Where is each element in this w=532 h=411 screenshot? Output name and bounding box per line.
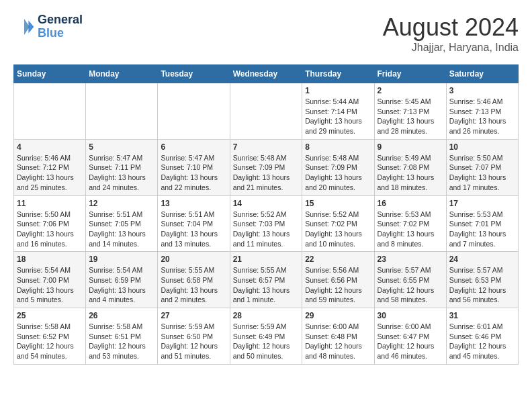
calendar-cell: 26Sunrise: 5:58 AMSunset: 6:51 PMDayligh…: [86, 308, 158, 365]
calendar-header-saturday: Saturday: [446, 65, 518, 83]
calendar-header-row: SundayMondayTuesdayWednesdayThursdayFrid…: [14, 65, 519, 83]
calendar-cell: 13Sunrise: 5:51 AMSunset: 7:04 PMDayligh…: [158, 195, 230, 252]
day-number: 1: [305, 86, 371, 95]
calendar-cell: 9Sunrise: 5:49 AMSunset: 7:08 PMDaylight…: [374, 139, 446, 195]
day-number: 17: [449, 199, 515, 208]
calendar-cell: [230, 83, 302, 140]
day-info: Sunrise: 5:48 AMSunset: 7:09 PMDaylight:…: [233, 153, 300, 193]
day-info: Sunrise: 5:59 AMSunset: 6:50 PMDaylight:…: [161, 322, 226, 361]
day-number: 10: [449, 142, 515, 152]
day-number: 9: [378, 142, 443, 152]
title-block: August 2024 Jhajjar, Haryana, India: [383, 13, 519, 54]
day-info: Sunrise: 5:57 AMSunset: 6:55 PMDaylight:…: [378, 265, 443, 305]
calendar-week-row: 18Sunrise: 5:54 AMSunset: 7:00 PMDayligh…: [14, 252, 519, 308]
day-number: 8: [305, 142, 371, 152]
calendar-week-row: 11Sunrise: 5:50 AMSunset: 7:06 PMDayligh…: [14, 195, 519, 252]
day-number: 6: [161, 142, 226, 152]
day-info: Sunrise: 5:49 AMSunset: 7:08 PMDaylight:…: [378, 153, 443, 193]
calendar-cell: 20Sunrise: 5:55 AMSunset: 6:58 PMDayligh…: [158, 252, 230, 308]
day-number: 30: [378, 311, 443, 320]
logo: General Blue: [13, 13, 83, 40]
day-info: Sunrise: 5:56 AMSunset: 6:56 PMDaylight:…: [305, 265, 371, 305]
day-info: Sunrise: 5:46 AMSunset: 7:13 PMDaylight:…: [449, 97, 515, 136]
day-number: 7: [233, 142, 300, 152]
page-header: General Blue August 2024 Jhajjar, Haryan…: [13, 13, 519, 54]
calendar-cell: 18Sunrise: 5:54 AMSunset: 7:00 PMDayligh…: [14, 252, 86, 308]
calendar-cell: 1Sunrise: 5:44 AMSunset: 7:14 PMDaylight…: [302, 83, 374, 140]
calendar-cell: 7Sunrise: 5:48 AMSunset: 7:09 PMDaylight…: [230, 139, 302, 195]
day-info: Sunrise: 5:51 AMSunset: 7:04 PMDaylight:…: [161, 210, 226, 249]
calendar-week-row: 1Sunrise: 5:44 AMSunset: 7:14 PMDaylight…: [14, 83, 519, 140]
day-number: 23: [378, 255, 443, 264]
day-number: 16: [378, 199, 443, 208]
month-title: August 2024: [383, 13, 519, 42]
calendar-cell: 12Sunrise: 5:51 AMSunset: 7:05 PMDayligh…: [86, 195, 158, 252]
calendar-cell: 15Sunrise: 5:52 AMSunset: 7:02 PMDayligh…: [302, 195, 374, 252]
day-number: 27: [161, 311, 226, 320]
calendar-cell: 27Sunrise: 5:59 AMSunset: 6:50 PMDayligh…: [158, 308, 230, 365]
day-number: 11: [17, 199, 83, 208]
day-number: 2: [378, 86, 443, 95]
calendar-cell: 28Sunrise: 5:59 AMSunset: 6:49 PMDayligh…: [230, 308, 302, 365]
calendar-cell: 16Sunrise: 5:53 AMSunset: 7:02 PMDayligh…: [374, 195, 446, 252]
calendar-cell: 3Sunrise: 5:46 AMSunset: 7:13 PMDaylight…: [446, 83, 518, 140]
location: Jhajjar, Haryana, India: [383, 42, 519, 54]
calendar-cell: 31Sunrise: 6:01 AMSunset: 6:46 PMDayligh…: [446, 308, 518, 365]
day-info: Sunrise: 5:52 AMSunset: 7:03 PMDaylight:…: [233, 210, 300, 249]
calendar-cell: [14, 83, 86, 140]
logo-icon: [13, 16, 35, 38]
calendar-cell: 30Sunrise: 6:00 AMSunset: 6:47 PMDayligh…: [374, 308, 446, 365]
day-number: 24: [449, 255, 515, 264]
calendar-cell: 11Sunrise: 5:50 AMSunset: 7:06 PMDayligh…: [14, 195, 86, 252]
day-info: Sunrise: 5:46 AMSunset: 7:12 PMDaylight:…: [17, 153, 83, 193]
day-number: 4: [17, 142, 83, 152]
day-info: Sunrise: 5:47 AMSunset: 7:10 PMDaylight:…: [161, 153, 226, 193]
calendar-cell: 24Sunrise: 5:57 AMSunset: 6:53 PMDayligh…: [446, 252, 518, 308]
calendar-table: SundayMondayTuesdayWednesdayThursdayFrid…: [13, 64, 519, 365]
day-number: 19: [89, 255, 154, 264]
day-number: 31: [449, 311, 515, 320]
day-number: 12: [89, 199, 154, 208]
calendar-cell: [158, 83, 230, 140]
calendar-header-tuesday: Tuesday: [158, 65, 230, 83]
day-info: Sunrise: 5:55 AMSunset: 6:58 PMDaylight:…: [161, 265, 226, 305]
day-number: 3: [449, 86, 515, 95]
day-number: 15: [305, 199, 371, 208]
day-info: Sunrise: 6:01 AMSunset: 6:46 PMDaylight:…: [449, 322, 515, 361]
day-info: Sunrise: 5:51 AMSunset: 7:05 PMDaylight:…: [89, 210, 154, 249]
calendar-week-row: 25Sunrise: 5:58 AMSunset: 6:52 PMDayligh…: [14, 308, 519, 365]
day-info: Sunrise: 5:57 AMSunset: 6:53 PMDaylight:…: [449, 265, 515, 305]
calendar-cell: 19Sunrise: 5:54 AMSunset: 6:59 PMDayligh…: [86, 252, 158, 308]
calendar-cell: 2Sunrise: 5:45 AMSunset: 7:13 PMDaylight…: [374, 83, 446, 140]
calendar-cell: 17Sunrise: 5:53 AMSunset: 7:01 PMDayligh…: [446, 195, 518, 252]
day-info: Sunrise: 5:53 AMSunset: 7:02 PMDaylight:…: [378, 210, 443, 249]
day-info: Sunrise: 5:58 AMSunset: 6:51 PMDaylight:…: [89, 322, 154, 361]
calendar-cell: 14Sunrise: 5:52 AMSunset: 7:03 PMDayligh…: [230, 195, 302, 252]
day-info: Sunrise: 5:44 AMSunset: 7:14 PMDaylight:…: [305, 97, 371, 136]
day-info: Sunrise: 5:58 AMSunset: 6:52 PMDaylight:…: [17, 322, 83, 361]
day-info: Sunrise: 5:50 AMSunset: 7:07 PMDaylight:…: [449, 153, 515, 193]
day-info: Sunrise: 5:54 AMSunset: 6:59 PMDaylight:…: [89, 265, 154, 305]
calendar-cell: 21Sunrise: 5:55 AMSunset: 6:57 PMDayligh…: [230, 252, 302, 308]
day-number: 26: [89, 311, 154, 320]
calendar-cell: [86, 83, 158, 140]
day-info: Sunrise: 5:59 AMSunset: 6:49 PMDaylight:…: [233, 322, 300, 361]
day-info: Sunrise: 6:00 AMSunset: 6:48 PMDaylight:…: [305, 322, 371, 361]
day-number: 29: [305, 311, 371, 320]
calendar-cell: 22Sunrise: 5:56 AMSunset: 6:56 PMDayligh…: [302, 252, 374, 308]
day-info: Sunrise: 5:52 AMSunset: 7:02 PMDaylight:…: [305, 210, 371, 249]
day-number: 28: [233, 311, 300, 320]
calendar-header-thursday: Thursday: [302, 65, 374, 83]
day-info: Sunrise: 5:50 AMSunset: 7:06 PMDaylight:…: [17, 210, 83, 249]
calendar-cell: 6Sunrise: 5:47 AMSunset: 7:10 PMDaylight…: [158, 139, 230, 195]
day-number: 5: [89, 142, 154, 152]
calendar-week-row: 4Sunrise: 5:46 AMSunset: 7:12 PMDaylight…: [14, 139, 519, 195]
day-number: 21: [233, 255, 300, 264]
calendar-header-monday: Monday: [86, 65, 158, 83]
calendar-cell: 8Sunrise: 5:48 AMSunset: 7:09 PMDaylight…: [302, 139, 374, 195]
calendar-header-friday: Friday: [374, 65, 446, 83]
calendar-cell: 10Sunrise: 5:50 AMSunset: 7:07 PMDayligh…: [446, 139, 518, 195]
day-number: 20: [161, 255, 226, 264]
day-number: 13: [161, 199, 226, 208]
day-number: 14: [233, 199, 300, 208]
